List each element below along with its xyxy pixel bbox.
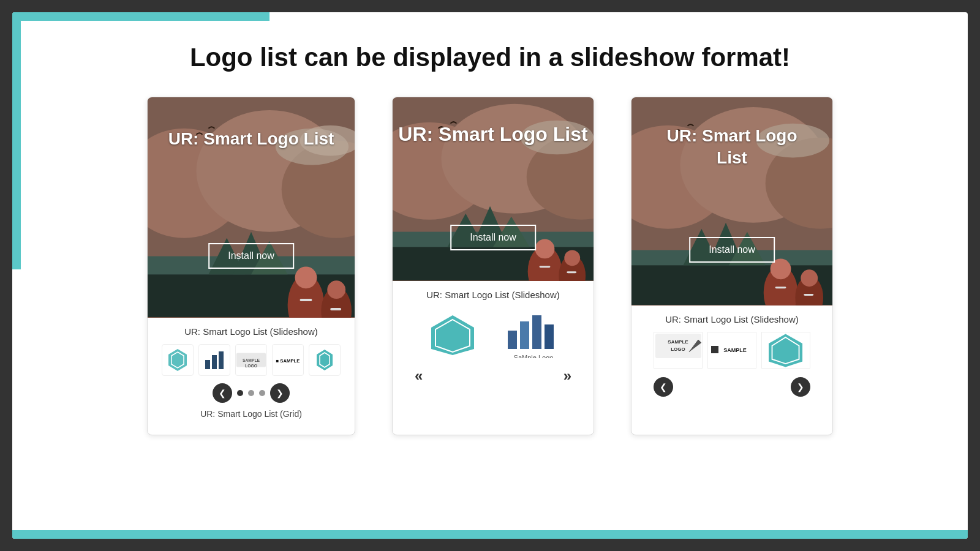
logo-right-2: SAMPLE	[707, 332, 756, 369]
svg-marker-75	[769, 334, 802, 367]
teal-bar-left	[12, 12, 21, 269]
svg-rect-50	[520, 321, 529, 349]
grid-label-left: UR: Smart Logo List (Grid)	[157, 409, 345, 426]
svg-rect-21	[212, 355, 217, 369]
banner-title-right: UR: Smart LogoList	[631, 125, 832, 170]
prev-button-right[interactable]: ❮	[654, 377, 673, 397]
svg-rect-73	[711, 346, 718, 353]
svg-point-67	[801, 269, 818, 287]
svg-rect-22	[219, 351, 224, 369]
sample-logo-box-icon: SAMPLE LOGO	[655, 334, 701, 367]
logo-right-3: Sample Logo	[761, 332, 810, 369]
svg-text:SaMple Logo: SaMple Logo	[514, 354, 554, 358]
logo-thumb-2: sample logo	[198, 344, 230, 376]
subtitle-right: UR: Smart Logo List (Slideshow)	[641, 314, 823, 324]
dbl-arrow-row: « »	[402, 362, 584, 389]
black-text-logo-icon: ■ SAMPLE	[273, 348, 303, 372]
logo-row-left: Sample Logo sample logo	[157, 344, 345, 376]
logo-big-1: Sample Logo	[416, 307, 489, 362]
subtitle-middle: UR: Smart Logo List (Slideshow)	[402, 290, 584, 300]
svg-rect-45	[567, 271, 576, 273]
hex-small-logo-icon	[312, 348, 337, 372]
svg-text:SAMPLE: SAMPLE	[723, 347, 747, 353]
svg-rect-44	[540, 266, 551, 268]
svg-text:SAMPLE: SAMPLE	[243, 358, 260, 362]
hex-logo-icon: Sample Logo	[165, 348, 190, 372]
nav-row-left: ❮ ❯	[157, 383, 345, 403]
svg-point-41	[535, 239, 555, 259]
install-button-right[interactable]: Install now	[689, 237, 775, 263]
card-left: UR: Smart Logo List Install now UR: Smar…	[147, 97, 355, 435]
screen: Logo list can be displayed in a slidesho…	[12, 12, 968, 539]
svg-marker-46	[431, 315, 474, 355]
svg-text:LOGO: LOGO	[671, 347, 685, 352]
next-button-left[interactable]: ❯	[270, 383, 290, 403]
svg-rect-52	[545, 324, 554, 349]
svg-rect-15	[300, 299, 312, 301]
svg-point-12	[295, 266, 317, 288]
svg-rect-68	[775, 287, 786, 288]
nav-row-right: ❮ ❯	[641, 377, 823, 397]
svg-rect-69	[804, 294, 813, 296]
svg-rect-16	[330, 308, 341, 310]
card-body-right: UR: Smart Logo List (Slideshow) SAMPLE L…	[631, 305, 832, 405]
card-middle: UR: Smart Logo List Install now UR: Smar…	[392, 97, 594, 435]
dbl-next-button[interactable]: »	[564, 367, 571, 384]
card-body-middle: UR: Smart Logo List (Slideshow) Sample L…	[393, 281, 594, 398]
next-button-right[interactable]: ❯	[791, 377, 810, 397]
svg-point-43	[564, 250, 580, 266]
svg-text:■ SAMPLE: ■ SAMPLE	[276, 358, 300, 364]
text-logo-icon: SAMPLE LOGO	[236, 348, 266, 372]
teal-bar-bottom	[12, 530, 968, 539]
logo-row-right: SAMPLE LOGO SAMPLE	[641, 332, 823, 369]
page-title: Logo list can be displayed in a slidesho…	[12, 12, 968, 91]
install-button-left[interactable]: Install now	[208, 243, 294, 269]
card-right: UR: Smart LogoList Install now UR: Smart…	[631, 97, 833, 435]
banner-title-left: UR: Smart Logo List	[148, 128, 355, 150]
dot-2	[248, 390, 254, 396]
dbl-prev-button[interactable]: «	[415, 367, 423, 384]
svg-text:LOGO: LOGO	[245, 364, 257, 368]
dot-3	[259, 390, 265, 396]
hex-big-logo-icon: Sample Logo	[422, 312, 483, 358]
svg-rect-51	[532, 315, 541, 349]
barchart-big-logo-icon: SaMple Logo	[503, 312, 564, 358]
dot-1	[237, 390, 243, 396]
banner-right: UR: Smart LogoList Install now	[631, 97, 832, 305]
banner-middle: UR: Smart Logo List Install now	[393, 97, 594, 281]
cards-container: UR: Smart Logo List Install now UR: Smar…	[12, 97, 968, 435]
banner-title-middle: UR: Smart Logo List	[393, 122, 594, 148]
barchart-logo-icon: sample logo	[202, 348, 227, 372]
prev-button-left[interactable]: ❮	[213, 383, 232, 403]
black-sample-icon: SAMPLE	[709, 334, 755, 367]
logo-right-1: SAMPLE LOGO	[654, 332, 703, 369]
logo-thumb-1: Sample Logo	[162, 344, 194, 376]
card-body-left: UR: Smart Logo List (Slideshow) Sample L…	[148, 318, 355, 435]
teal-bar-top	[12, 12, 270, 21]
install-button-middle[interactable]: Install now	[450, 225, 536, 250]
subtitle-left: UR: Smart Logo List (Slideshow)	[157, 326, 345, 337]
svg-rect-49	[508, 331, 517, 349]
svg-text:SAMPLE: SAMPLE	[668, 339, 688, 345]
svg-rect-20	[205, 360, 210, 369]
hex-teal-right-icon: Sample Logo	[762, 331, 810, 370]
logo-thumb-3: SAMPLE LOGO	[235, 344, 267, 376]
logo-thumb-4: ■ SAMPLE	[272, 344, 304, 376]
logo-big-2: SaMple Logo	[497, 307, 570, 362]
logo-row-middle: Sample Logo SaMple Logo	[402, 307, 584, 362]
banner-left: UR: Smart Logo List Install now	[148, 97, 355, 318]
svg-point-14	[327, 280, 345, 299]
logo-thumb-5	[309, 344, 341, 376]
